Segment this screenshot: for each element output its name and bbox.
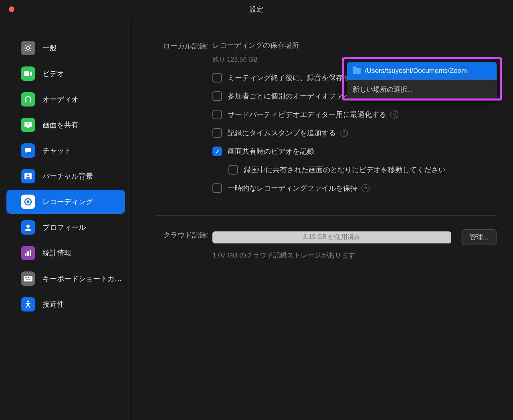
profile-icon <box>21 220 35 235</box>
close-window-button[interactable] <box>9 6 14 12</box>
svg-rect-13 <box>30 250 31 256</box>
help-icon[interactable]: ? <box>340 129 348 137</box>
sidebar-item-label: バーチャル背景 <box>42 171 93 181</box>
dropdown-path-text: /Users/tsuyoshi/Documents/Zoom <box>365 67 467 75</box>
cloud-recording-label: クラウド記録: <box>156 229 212 260</box>
svg-rect-1 <box>24 71 29 76</box>
option-timestamp[interactable]: 記録にタイムスタンプを追加する ? <box>212 128 497 138</box>
record-icon <box>21 195 35 209</box>
sidebar-item-profile[interactable]: プロフィール <box>6 215 125 239</box>
svg-point-10 <box>26 225 30 228</box>
sidebar-item-recording[interactable]: レコーディング <box>6 190 125 214</box>
chat-icon <box>21 143 35 158</box>
option-record-video-screenshare[interactable]: 画面共有時のビデオを記録 <box>212 147 497 156</box>
sidebar-item-label: 一般 <box>42 43 57 53</box>
cloud-usage-bar: 3.19 GB が使用済み <box>212 231 451 243</box>
svg-rect-17 <box>28 277 29 278</box>
checkbox-label: 記録にタイムスタンプを追加する <box>228 128 336 138</box>
svg-point-7 <box>27 175 29 177</box>
sidebar-item-label: オーディオ <box>42 94 79 104</box>
sidebar-item-label: プロフィール <box>42 223 86 232</box>
help-icon[interactable]: ? <box>390 111 398 119</box>
sidebar-item-label: レコーディング <box>42 197 93 207</box>
sidebar: 一般 ビデオ オーディオ 画面を共有 チャット <box>0 18 132 420</box>
checkbox[interactable] <box>212 147 222 156</box>
svg-rect-11 <box>25 253 26 256</box>
sidebar-item-statistics[interactable]: 統計情報 <box>6 241 125 265</box>
keyboard-icon <box>21 271 35 286</box>
sidebar-item-general[interactable]: 一般 <box>6 36 125 60</box>
dropdown-item-new-location[interactable]: 新しい場所の選択... <box>347 80 497 99</box>
window-title: 設定 <box>0 5 513 14</box>
sidebar-item-label: 統計情報 <box>42 248 71 258</box>
svg-rect-2 <box>25 100 26 102</box>
svg-point-9 <box>27 201 30 203</box>
checkbox[interactable] <box>212 73 222 82</box>
sidebar-item-label: ビデオ <box>42 69 64 78</box>
content-pane: ローカル記録: レコーディングの保存場所 残り 123.56 GB ミーティング… <box>132 18 513 420</box>
option-optimize-editor[interactable]: サードパーティビデオエディター用に最適化する ? <box>212 110 497 119</box>
checkbox-label: 録画中に共有された画面のとなりにビデオを移動してください <box>244 165 446 175</box>
sidebar-item-audio[interactable]: オーディオ <box>6 87 125 111</box>
svg-rect-15 <box>25 277 26 278</box>
option-move-video-beside[interactable]: 録画中に共有された画面のとなりにビデオを移動してください <box>212 165 497 175</box>
sidebar-item-label: 接近性 <box>42 299 64 309</box>
checkbox-label: サードパーティビデオエディター用に最適化する <box>228 110 386 119</box>
sidebar-item-virtual-background[interactable]: バーチャル背景 <box>6 164 125 188</box>
checkbox-label: 一時的なレコーディングファイルを保持 <box>228 183 357 193</box>
checkbox[interactable] <box>212 128 222 138</box>
accessibility-icon <box>21 297 35 311</box>
virtual-background-icon <box>21 169 35 183</box>
sidebar-item-chat[interactable]: チャット <box>6 139 125 163</box>
sidebar-item-label: キーボードショートカ… <box>42 274 122 283</box>
svg-rect-12 <box>27 251 29 256</box>
sidebar-item-share-screen[interactable]: 画面を共有 <box>6 113 125 137</box>
divider <box>156 215 497 216</box>
gear-icon <box>21 41 35 55</box>
local-recording-label: ローカル記録: <box>156 40 212 202</box>
checkbox[interactable] <box>212 91 222 101</box>
sidebar-item-accessibility[interactable]: 接近性 <box>6 292 125 316</box>
svg-rect-3 <box>30 100 31 102</box>
checkbox[interactable] <box>228 165 238 175</box>
share-screen-icon <box>21 118 35 132</box>
svg-rect-14 <box>24 276 32 281</box>
checkbox-label: 画面共有時のビデオを記録 <box>228 147 314 156</box>
statistics-icon <box>21 246 35 260</box>
option-keep-temp-files[interactable]: 一時的なレコーディングファイルを保持 ? <box>212 183 497 193</box>
svg-point-0 <box>27 47 30 50</box>
manage-button[interactable]: 管理... <box>461 229 497 245</box>
sidebar-item-label: チャット <box>42 146 71 155</box>
location-dropdown: /Users/tsuyoshi/Documents/Zoom 新しい場所の選択.… <box>347 62 497 99</box>
checkbox[interactable] <box>212 110 222 119</box>
dropdown-item-current-path[interactable]: /Users/tsuyoshi/Documents/Zoom <box>347 62 497 80</box>
checkbox[interactable] <box>212 183 222 193</box>
folder-icon <box>353 68 361 74</box>
svg-rect-19 <box>26 279 30 280</box>
sidebar-item-label: 画面を共有 <box>42 120 79 130</box>
svg-point-20 <box>27 301 29 303</box>
headphones-icon <box>21 92 35 107</box>
cloud-usage-text: 3.19 GB が使用済み <box>303 233 360 241</box>
video-icon <box>21 66 35 81</box>
recording-location-label: レコーディングの保存場所 <box>212 41 299 49</box>
sidebar-item-video[interactable]: ビデオ <box>6 62 125 86</box>
svg-rect-18 <box>30 277 30 278</box>
help-icon[interactable]: ? <box>362 184 370 192</box>
svg-rect-5 <box>27 127 29 128</box>
cloud-storage-note: 1.07 GB のクラウド記録ストレージがあります <box>212 251 497 260</box>
dropdown-new-location-text: 新しい場所の選択... <box>353 85 413 94</box>
sidebar-item-keyboard-shortcuts[interactable]: キーボードショートカ… <box>6 267 125 291</box>
svg-rect-16 <box>26 277 27 278</box>
